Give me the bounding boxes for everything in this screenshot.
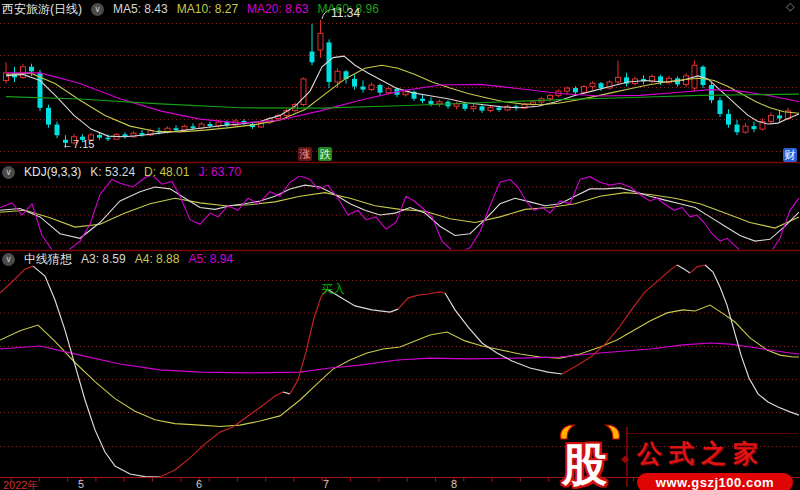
brand-name: 公式之家 <box>637 437 798 470</box>
j-value: J: 63.70 <box>198 165 241 179</box>
gszj-logo: 股 ◆ 公式之家 www.gszj100.com <box>556 423 798 488</box>
stock-chart-window: 西安旅游(日线) ∨ MA5: 8.43 MA10: 8.27 MA20: 8.… <box>0 0 800 490</box>
low-price-label: ←7.15 <box>62 138 94 150</box>
ma10-value: MA10: 8.27 <box>177 2 238 16</box>
logo-divider: ◆ <box>626 427 628 487</box>
chart-canvas[interactable] <box>0 0 800 490</box>
finance-badge[interactable]: 财 <box>783 148 797 162</box>
logo-text-block: 公式之家 www.gszj100.com <box>628 433 798 488</box>
axis-month-label: 5 <box>78 478 84 490</box>
peak-price-label: 11.34 <box>331 6 360 20</box>
stock-title: 西安旅游(日线) <box>2 2 82 16</box>
fall-badge[interactable]: 跌 <box>318 147 332 161</box>
divider-diamond-icon: ◆ <box>621 453 629 464</box>
mid-panel-title-row: ∨ 中线猜想 A3: 8.59 A4: 8.88 A5: 8.94 <box>2 252 233 266</box>
d-value: D: 48.01 <box>144 165 189 179</box>
chevron-down-icon[interactable]: ∨ <box>91 3 104 16</box>
ma20-value: MA20: 8.63 <box>247 2 308 16</box>
kdj-plot[interactable] <box>0 175 800 254</box>
axis-month-label: 6 <box>196 478 202 490</box>
chevron-down-icon[interactable]: ∨ <box>2 253 15 266</box>
a3-value: A3: 8.59 <box>81 252 126 266</box>
axis-year-label: 2022年 <box>3 478 38 490</box>
axis-month-label: 8 <box>451 478 457 490</box>
a5-value: A5: 8.94 <box>188 252 233 266</box>
axis-month-label: 7 <box>323 478 329 490</box>
mid-indicator-title: 中线猜想 <box>24 252 72 266</box>
rise-badge[interactable]: 涨 <box>298 147 312 161</box>
main-panel-plot[interactable] <box>0 20 800 152</box>
k-value: K: 53.24 <box>90 165 135 179</box>
bull-stock-emblem: 股 <box>556 423 624 488</box>
diamond-icon[interactable]: ◇ <box>786 0 794 13</box>
a4-value: A4: 8.88 <box>135 252 180 266</box>
stock-character: 股 <box>562 435 607 490</box>
main-panel-title-row: 西安旅游(日线) ∨ MA5: 8.43 MA10: 8.27 MA20: 8.… <box>2 2 379 16</box>
kdj-panel-title-row: ∨ KDJ(9,3,3) K: 53.24 D: 48.01 J: 63.70 <box>2 165 241 179</box>
buy-signal-label: 买入 <box>321 281 345 298</box>
kdj-title: KDJ(9,3,3) <box>24 165 81 179</box>
ma5-value: MA5: 8.43 <box>113 2 168 16</box>
chevron-down-icon[interactable]: ∨ <box>2 166 15 179</box>
website-url[interactable]: www.gszj100.com <box>637 473 793 490</box>
